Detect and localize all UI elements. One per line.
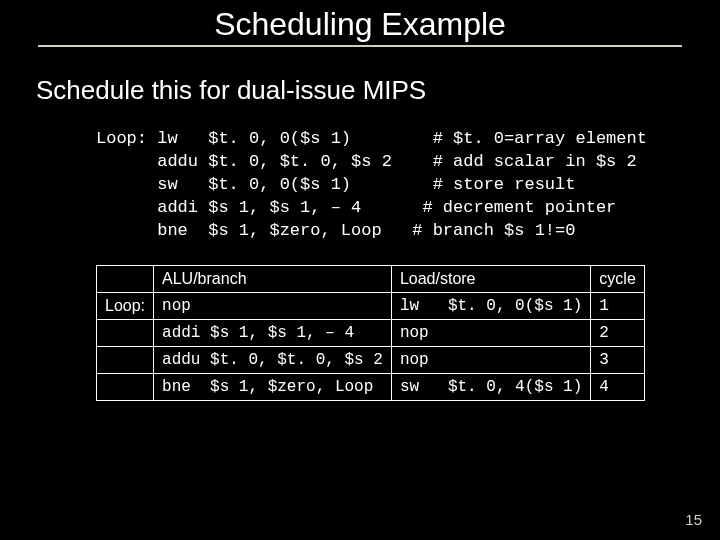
cell: addi $s 1, $s 1, – 4 (154, 319, 392, 346)
col-cycle: cycle (591, 265, 644, 292)
slide-title: Scheduling Example (0, 0, 720, 45)
cell (97, 373, 154, 400)
col-label (97, 265, 154, 292)
cell (97, 319, 154, 346)
col-loadstore: Load/store (391, 265, 590, 292)
cell (97, 346, 154, 373)
table-row: addu $t. 0, $t. 0, $s 2 nop 3 (97, 346, 645, 373)
cell: sw $t. 0, 4($s 1) (391, 373, 590, 400)
cell: addu $t. 0, $t. 0, $s 2 (154, 346, 392, 373)
code-block: Loop: lw $t. 0, 0($s 1) # $t. 0=array el… (96, 128, 720, 243)
cell: 4 (591, 373, 644, 400)
table-row: bne $s 1, $zero, Loop sw $t. 0, 4($s 1) … (97, 373, 645, 400)
table-row: Loop: nop lw $t. 0, 0($s 1) 1 (97, 292, 645, 319)
schedule-table: ALU/branch Load/store cycle Loop: nop lw… (96, 265, 645, 401)
cell: nop (391, 346, 590, 373)
cell: 2 (591, 319, 644, 346)
col-alu: ALU/branch (154, 265, 392, 292)
title-rule (38, 45, 682, 47)
cell: 1 (591, 292, 644, 319)
table-header-row: ALU/branch Load/store cycle (97, 265, 645, 292)
cell: nop (391, 319, 590, 346)
cell: Loop: (97, 292, 154, 319)
cell: bne $s 1, $zero, Loop (154, 373, 392, 400)
cell: 3 (591, 346, 644, 373)
slide-subtitle: Schedule this for dual-issue MIPS (36, 75, 720, 106)
cell: nop (154, 292, 392, 319)
slide: Scheduling Example Schedule this for dua… (0, 0, 720, 540)
cell: lw $t. 0, 0($s 1) (391, 292, 590, 319)
table-row: addi $s 1, $s 1, – 4 nop 2 (97, 319, 645, 346)
page-number: 15 (685, 511, 702, 528)
